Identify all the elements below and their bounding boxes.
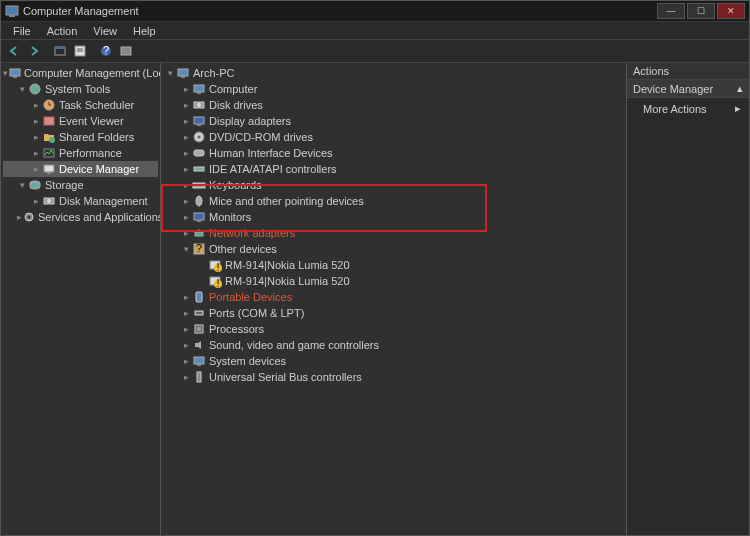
expand-icon[interactable]: ▸	[31, 148, 41, 158]
up-button[interactable]	[51, 42, 69, 60]
tree-root[interactable]: ▾Computer Management (Local)	[3, 65, 158, 81]
tree-disk-management[interactable]: ▸Disk Management	[3, 193, 158, 209]
device-cat-system-devices[interactable]: ▸System devices	[163, 353, 624, 369]
device-cat-network-adapters[interactable]: ▸Network adapters	[163, 225, 624, 241]
ide-icon	[191, 162, 207, 176]
minimize-button[interactable]: —	[657, 3, 685, 19]
svg-rect-58	[197, 327, 201, 331]
device-item[interactable]: !RM-914|Nokia Lumia 520	[163, 273, 624, 289]
device-cat-computer[interactable]: ▸Computer	[163, 81, 624, 97]
menu-file[interactable]: File	[5, 25, 39, 37]
expand-icon[interactable]: ▾	[181, 244, 191, 254]
tree-device-manager[interactable]: ▸Device Manager	[3, 161, 158, 177]
device-cat-dvd-cd-rom-drives[interactable]: ▸DVD/CD-ROM drives	[163, 129, 624, 145]
tree-services-and-applications[interactable]: ▸Services and Applications	[3, 209, 158, 225]
expand-icon[interactable]: ▾	[165, 68, 175, 78]
forward-button[interactable]	[25, 42, 43, 60]
actions-category[interactable]: Device Manager ▴	[627, 80, 749, 98]
device-tree-panel[interactable]: ▾Arch-PC▸Computer▸Disk drives▸Display ad…	[161, 63, 627, 535]
gear-icon	[22, 210, 36, 224]
device-cat-monitors[interactable]: ▸Monitors	[163, 209, 624, 225]
expand-icon[interactable]: ▸	[181, 132, 191, 142]
tree-storage[interactable]: ▾Storage	[3, 177, 158, 193]
storage-icon	[27, 178, 43, 192]
svg-rect-36	[194, 150, 204, 156]
svg-rect-60	[197, 364, 201, 366]
svg-rect-40	[194, 213, 204, 220]
menu-view[interactable]: View	[85, 25, 125, 37]
device-item[interactable]: !RM-914|Nokia Lumia 520	[163, 257, 624, 273]
left-tree-panel[interactable]: ▾Computer Management (Local)▾System Tool…	[1, 63, 161, 535]
device-cat-display-adapters[interactable]: ▸Display adapters	[163, 113, 624, 129]
refresh-button[interactable]	[117, 42, 135, 60]
expand-icon[interactable]: ▸	[181, 228, 191, 238]
device-cat-human-interface-devices[interactable]: ▸Human Interface Devices	[163, 145, 624, 161]
device-cat-processors[interactable]: ▸Processors	[163, 321, 624, 337]
expand-icon[interactable]: ▸	[181, 324, 191, 334]
main-body: ▾Computer Management (Local)▾System Tool…	[1, 63, 749, 535]
actions-more[interactable]: More Actions ▸	[627, 98, 749, 119]
expand-icon[interactable]: ▸	[181, 100, 191, 110]
expand-icon[interactable]: ▸	[181, 148, 191, 158]
device-root[interactable]: ▾Arch-PC	[163, 65, 624, 81]
expand-icon[interactable]: ▾	[17, 180, 27, 190]
device-cat-mice-and-other-pointing-devices[interactable]: ▸Mice and other pointing devices	[163, 193, 624, 209]
expand-icon[interactable]: ▸	[181, 308, 191, 318]
expand-icon[interactable]: ▸	[31, 164, 41, 174]
tree-event-viewer[interactable]: ▸Event Viewer	[3, 113, 158, 129]
svg-rect-37	[194, 167, 204, 171]
expand-icon[interactable]: ▸	[181, 372, 191, 382]
svg-rect-52	[196, 292, 202, 302]
device-cat-keyboards[interactable]: ▸Keyboards	[163, 177, 624, 193]
menu-help[interactable]: Help	[125, 25, 164, 37]
expand-icon[interactable]: ▸	[181, 340, 191, 350]
expand-icon[interactable]: ▸	[31, 116, 41, 126]
expand-icon[interactable]: ▸	[181, 164, 191, 174]
svg-text:?: ?	[196, 242, 202, 254]
window-title: Computer Management	[23, 5, 655, 17]
tree-shared-folders[interactable]: ▸Shared Folders	[3, 129, 158, 145]
device-cat-disk-drives[interactable]: ▸Disk drives	[163, 97, 624, 113]
tree-label: Task Scheduler	[59, 99, 134, 111]
tree-label: Services and Applications	[38, 211, 161, 223]
expand-icon[interactable]: ▸	[181, 196, 191, 206]
expand-icon[interactable]: ▸	[181, 212, 191, 222]
device-cat-ports-com-lpt-[interactable]: ▸Ports (COM & LPT)	[163, 305, 624, 321]
close-button[interactable]: ✕	[717, 3, 745, 19]
tree-system-tools[interactable]: ▾System Tools	[3, 81, 158, 97]
expand-icon[interactable]: ▸	[31, 132, 41, 142]
shared-icon	[41, 130, 57, 144]
back-button[interactable]	[5, 42, 23, 60]
tree-label: Arch-PC	[193, 67, 235, 79]
expand-icon[interactable]: ▸	[181, 180, 191, 190]
tree-label: Universal Serial Bus controllers	[209, 371, 362, 383]
tree-label: Processors	[209, 323, 264, 335]
tree-label: Event Viewer	[59, 115, 124, 127]
device-cat-ide-ata-atapi-controllers[interactable]: ▸IDE ATA/ATAPI controllers	[163, 161, 624, 177]
actions-header: Actions	[627, 63, 749, 80]
help-button[interactable]: ?	[97, 42, 115, 60]
expand-icon[interactable]: ▸	[181, 116, 191, 126]
device-cat-portable-devices[interactable]: ▸Portable Devices	[163, 289, 624, 305]
window-buttons: — ☐ ✕	[655, 3, 745, 19]
svg-point-23	[47, 199, 51, 203]
expand-icon[interactable]: ▸	[181, 356, 191, 366]
properties-button[interactable]	[71, 42, 89, 60]
menu-action[interactable]: Action	[39, 25, 86, 37]
svg-point-17	[49, 137, 55, 143]
expand-icon[interactable]: ▸	[181, 292, 191, 302]
device-cat-sound-video-and-game-controllers[interactable]: ▸Sound, video and game controllers	[163, 337, 624, 353]
svg-text:!: !	[216, 261, 219, 272]
tree-task-scheduler[interactable]: ▸Task Scheduler	[3, 97, 158, 113]
cpu-icon	[191, 322, 207, 336]
expand-icon[interactable]: ▸	[181, 84, 191, 94]
tree-performance[interactable]: ▸Performance	[3, 145, 158, 161]
expand-icon[interactable]: ▾	[17, 84, 27, 94]
maximize-button[interactable]: ☐	[687, 3, 715, 19]
device-cat-universal-serial-bus-controllers[interactable]: ▸Universal Serial Bus controllers	[163, 369, 624, 385]
device-cat-other-devices[interactable]: ▾?Other devices	[163, 241, 624, 257]
hid-icon	[191, 146, 207, 160]
expand-icon[interactable]: ▸	[31, 100, 41, 110]
svg-rect-10	[10, 69, 20, 76]
expand-icon[interactable]: ▸	[31, 196, 41, 206]
